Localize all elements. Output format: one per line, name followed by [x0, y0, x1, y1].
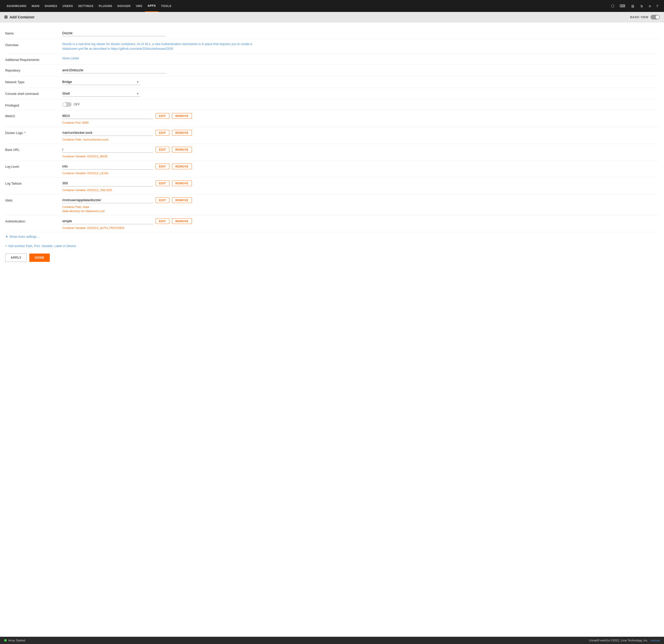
new-tab-icon[interactable]: ⬡	[609, 3, 616, 9]
nav-apps[interactable]: APPS	[145, 0, 159, 12]
privileged-value-area: OFF	[62, 102, 659, 107]
page-header: ⊞ Add Container BASIC VIEW	[0, 12, 664, 22]
privileged-toggle[interactable]	[62, 102, 71, 107]
privileged-toggle-area: OFF	[62, 102, 659, 107]
repository-input[interactable]	[62, 67, 166, 73]
overview-text: Dozzle is a real-time log viewer for doc…	[62, 42, 270, 51]
nav-settings[interactable]: SETTINGS	[76, 0, 96, 12]
data-input[interactable]	[62, 197, 153, 203]
nav-tools[interactable]: TOOLS	[159, 0, 174, 12]
overview-label: Overview:	[5, 42, 62, 47]
help-icon[interactable]: ?	[655, 3, 660, 9]
status-text: Array Started	[8, 639, 25, 640]
basic-view-toggle[interactable]: BASIC VIEW	[630, 15, 660, 19]
done-button[interactable]: DONE	[29, 254, 50, 262]
log-level-hint: Container Variable: DOZZLE_LEVEL	[62, 172, 659, 175]
nav-vms[interactable]: VMS	[133, 0, 145, 12]
log-tailsize-hint: Container Variable: DOZZLE_TAILSIZE	[62, 189, 659, 192]
console-shell-select-wrapper: Shell Bash sh	[62, 90, 140, 97]
name-input[interactable]	[62, 30, 166, 36]
page-title-area: ⊞ Add Container	[4, 15, 35, 19]
show-more-chevron-icon: ▼	[5, 235, 8, 238]
network-type-label: Network Type:	[5, 79, 62, 84]
data-value-area: EDIT REMOVE Container Path: /data /data …	[62, 197, 659, 213]
status-right: Unraid® webGui ©2022, Lime Technology, I…	[589, 639, 660, 640]
network-type-select[interactable]: Bridge Host None Custom	[62, 79, 140, 85]
webui-input[interactable]	[62, 113, 153, 119]
log-tailsize-remove-button[interactable]: REMOVE	[172, 180, 192, 186]
log-tailsize-input[interactable]	[62, 180, 153, 187]
nav-users[interactable]: USERS	[60, 0, 76, 12]
auth-input[interactable]	[62, 218, 153, 224]
docker-logs-value-area: EDIT REMOVE Container Path: /var/run/doc…	[62, 130, 659, 141]
data-edit-button[interactable]: EDIT	[155, 197, 169, 203]
base-url-edit-button[interactable]: EDIT	[155, 147, 169, 152]
show-more-button[interactable]: ▼ Show more settings ...	[5, 232, 659, 241]
network-type-value-area: Bridge Host None Custom	[62, 79, 659, 85]
log-tailsize-value-area: EDIT REMOVE Container Variable: DOZZLE_T…	[62, 180, 659, 192]
data-label: /data:	[5, 197, 62, 202]
add-path-button[interactable]: + Add another Path, Port, Variable, Labe…	[5, 241, 659, 251]
nav-icons: ⬡ ⌨ 🖥 🖱 ≡ ?	[609, 3, 660, 9]
console-shell-row: Console shell command: Shell Bash sh	[5, 88, 659, 100]
nav-dashboard[interactable]: DASHBOARD	[4, 0, 29, 12]
docker-logs-remove-button[interactable]: REMOVE	[172, 130, 192, 135]
nav-shares[interactable]: SHARES	[42, 0, 60, 12]
additional-req-label: Additional Requirements:	[5, 57, 62, 62]
additional-req-row: Additional Requirements: None Listed	[5, 54, 659, 65]
auth-hint: Container Variable: DOZZLE_AUTH_PROVIDER	[62, 226, 659, 230]
webui-edit-button[interactable]: EDIT	[155, 113, 169, 119]
docker-logs-hint: Container Path: /var/run/docker.sock	[62, 138, 659, 141]
log-tailsize-edit-button[interactable]: EDIT	[155, 180, 169, 186]
console-shell-label: Console shell command:	[5, 90, 62, 96]
additional-req-value-area: None Listed	[62, 57, 659, 60]
menu-icon[interactable]: ≡	[647, 3, 652, 9]
add-path-plus-icon: +	[5, 244, 7, 248]
data-remove-button[interactable]: REMOVE	[172, 197, 192, 203]
log-level-edit-button[interactable]: EDIT	[155, 164, 169, 169]
bottom-buttons: APPLY DONE	[5, 251, 659, 267]
data-row: /data: EDIT REMOVE Container Path: /data…	[5, 194, 659, 215]
repository-row: Repository:	[5, 65, 659, 76]
nav-docker[interactable]: DOCKER	[115, 0, 133, 12]
webui-value-area: EDIT REMOVE Container Port: 8080	[62, 113, 659, 124]
repository-value-area	[62, 67, 659, 73]
auth-label: Authentication:	[5, 218, 62, 223]
log-level-remove-button[interactable]: REMOVE	[172, 164, 192, 169]
overview-value-area: Dozzle is a real-time log viewer for doc…	[62, 42, 659, 51]
webui-remove-button[interactable]: REMOVE	[172, 113, 192, 119]
name-label: Name:	[5, 30, 62, 35]
webui-field-row: EDIT REMOVE	[62, 113, 659, 119]
apps-grid-icon: ⊞	[4, 15, 7, 19]
manual-link[interactable]: manual	[650, 639, 660, 640]
log-tailsize-field-row: EDIT REMOVE	[62, 180, 659, 187]
basic-view-switch[interactable]	[650, 15, 660, 19]
base-url-value-area: EDIT REMOVE Container Variable: DOZZLE_B…	[62, 147, 659, 158]
name-row: Name:	[5, 27, 659, 39]
webui-row: WebUI: EDIT REMOVE Container Port: 8080	[5, 110, 659, 127]
show-more-label: Show more settings ...	[9, 235, 40, 238]
basic-view-label: BASIC VIEW	[630, 16, 648, 19]
base-url-input[interactable]	[62, 147, 153, 153]
terminal-icon[interactable]: ⌨	[618, 3, 627, 9]
auth-edit-button[interactable]: EDIT	[155, 218, 169, 224]
auth-remove-button[interactable]: REMOVE	[172, 218, 192, 224]
auth-field-row: EDIT REMOVE	[62, 218, 659, 224]
monitor-icon[interactable]: 🖥	[629, 3, 636, 9]
docker-logs-edit-button[interactable]: EDIT	[155, 130, 169, 135]
webui-label: WebUI:	[5, 113, 62, 118]
docker-logs-label: Docker Logs: *	[5, 130, 62, 135]
base-url-remove-button[interactable]: REMOVE	[172, 147, 192, 152]
main-content: Name: Overview: Dozzle is a real-time lo…	[0, 22, 664, 640]
apply-button[interactable]: APPLY	[5, 254, 27, 262]
desktop-icon[interactable]: 🖱	[638, 3, 645, 9]
log-tailsize-row: Log Tailsize: EDIT REMOVE Container Vari…	[5, 178, 659, 194]
docker-logs-input[interactable]	[62, 130, 153, 136]
copyright-text: Unraid® webGui ©2022, Lime Technology, I…	[589, 639, 648, 640]
console-shell-select[interactable]: Shell Bash sh	[62, 90, 140, 97]
nav-main[interactable]: MAIN	[29, 0, 42, 12]
repository-label: Repository:	[5, 67, 62, 72]
data-field-row: EDIT REMOVE	[62, 197, 659, 203]
nav-plugins[interactable]: PLUGINS	[96, 0, 115, 12]
log-level-input[interactable]	[62, 163, 153, 170]
